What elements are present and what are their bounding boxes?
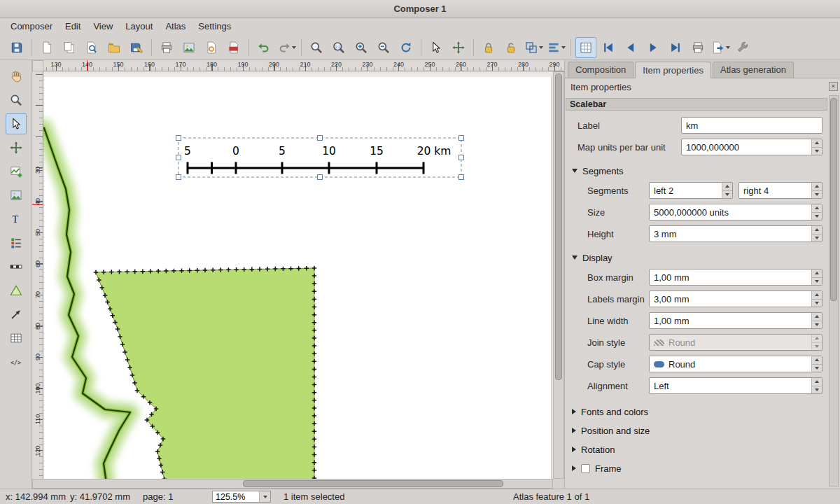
- spin-down-button[interactable]: [812, 147, 822, 155]
- spin-up-button[interactable]: [812, 378, 822, 386]
- frame-group-header[interactable]: Frame: [572, 461, 822, 475]
- zoom-full-button[interactable]: [306, 37, 327, 58]
- spin-up-button[interactable]: [812, 226, 822, 234]
- refresh-view-button[interactable]: [396, 37, 416, 58]
- zoom-actual-button[interactable]: [328, 37, 349, 58]
- selection-frame[interactable]: [176, 136, 464, 180]
- zoom-level-input[interactable]: [213, 492, 259, 502]
- add-image-tool[interactable]: [6, 185, 27, 206]
- close-panel-button[interactable]: [829, 82, 838, 91]
- align-items-button[interactable]: [545, 37, 566, 58]
- selection-handle[interactable]: [176, 155, 181, 160]
- segments-group-header[interactable]: Segments: [572, 165, 822, 176]
- first-feature-button[interactable]: [598, 37, 619, 58]
- add-scalebar-tool[interactable]: [6, 256, 27, 277]
- label-input[interactable]: [682, 120, 822, 131]
- box-margin-input[interactable]: [650, 272, 811, 283]
- spin-up-button[interactable]: [812, 356, 822, 364]
- size-input[interactable]: [650, 207, 811, 218]
- zoom-in-button[interactable]: [351, 37, 372, 58]
- add-shape-tool[interactable]: [6, 280, 27, 301]
- spin-down-button[interactable]: [812, 234, 822, 242]
- print-atlas-button[interactable]: [687, 37, 708, 58]
- line-width-input[interactable]: [650, 316, 811, 326]
- menu-view[interactable]: View: [87, 18, 119, 35]
- spin-down-button[interactable]: [812, 342, 822, 351]
- menu-edit[interactable]: Edit: [59, 18, 87, 35]
- tab-atlas-generation[interactable]: Atlas generation: [713, 62, 794, 78]
- alignment-combobox[interactable]: Left: [649, 377, 822, 394]
- redo-button[interactable]: [276, 37, 297, 58]
- export-svg-button[interactable]: [201, 37, 222, 58]
- spin-down-button[interactable]: [812, 364, 822, 372]
- zoom-out-button[interactable]: [373, 37, 394, 58]
- spin-up-button[interactable]: [812, 204, 822, 212]
- canvas-horizontal-scrollbar[interactable]: [32, 479, 553, 489]
- duplicate-composition-button[interactable]: [59, 37, 80, 58]
- selection-handle[interactable]: [459, 175, 464, 180]
- next-feature-button[interactable]: [643, 37, 664, 58]
- spin-down-button[interactable]: [812, 277, 822, 286]
- section-fonts-and-colors[interactable]: Fonts and colors: [572, 405, 822, 419]
- add-legend-tool[interactable]: [6, 232, 27, 253]
- spin-up-button[interactable]: [812, 270, 822, 277]
- save-project-button[interactable]: [6, 37, 27, 58]
- add-label-tool[interactable]: [6, 209, 27, 230]
- composition-canvas[interactable]: 505101520 km: [43, 71, 553, 479]
- segments-left-input[interactable]: [650, 186, 722, 196]
- zoom-level-combobox[interactable]: [212, 491, 271, 503]
- scrollbar-thumb[interactable]: [243, 480, 503, 487]
- spin-down-button[interactable]: [812, 299, 822, 307]
- tab-composition[interactable]: Composition: [568, 62, 634, 78]
- export-atlas-button[interactable]: [710, 37, 731, 58]
- selection-handle[interactable]: [318, 136, 323, 141]
- export-image-button[interactable]: [178, 37, 200, 58]
- add-arrow-tool[interactable]: [6, 304, 27, 325]
- spin-up-button[interactable]: [812, 183, 822, 190]
- scalebar-item[interactable]: 505101520 km: [184, 145, 451, 174]
- selection-handle[interactable]: [459, 155, 464, 160]
- selection-handle[interactable]: [176, 175, 181, 180]
- spin-up-button[interactable]: [722, 183, 732, 190]
- canvas-viewport[interactable]: 505101520 km: [43, 71, 553, 479]
- zoom-dropdown-button[interactable]: [259, 491, 270, 502]
- composition-manager-button[interactable]: [81, 37, 102, 58]
- group-items-button[interactable]: [523, 37, 544, 58]
- spin-up-button[interactable]: [812, 139, 822, 147]
- add-table-tool[interactable]: [6, 328, 27, 349]
- height-input[interactable]: [650, 229, 811, 239]
- preview-atlas-button[interactable]: [575, 37, 596, 58]
- zoom-tool[interactable]: [6, 90, 27, 111]
- print-button[interactable]: [156, 37, 177, 58]
- spin-down-button[interactable]: [812, 386, 822, 394]
- last-feature-button[interactable]: [665, 37, 686, 58]
- spin-down-button[interactable]: [722, 190, 732, 199]
- spin-up-button[interactable]: [812, 291, 822, 299]
- menu-layout[interactable]: Layout: [119, 18, 159, 35]
- panel-scrollbar[interactable]: [829, 95, 839, 486]
- segments-right-input[interactable]: [739, 186, 811, 196]
- tab-item-properties[interactable]: Item properties: [635, 62, 711, 78]
- atlas-settings-button[interactable]: [732, 37, 753, 58]
- previous-feature-button[interactable]: [620, 37, 641, 58]
- select-move-item-button[interactable]: [426, 37, 447, 58]
- menu-settings[interactable]: Settings: [192, 18, 237, 35]
- selection-handle[interactable]: [459, 136, 464, 141]
- new-composition-button[interactable]: [36, 37, 57, 58]
- scrollbar-thumb[interactable]: [830, 98, 837, 301]
- move-item-content-tool[interactable]: [6, 137, 27, 158]
- spin-up-button[interactable]: [812, 313, 822, 321]
- add-html-tool[interactable]: [6, 351, 27, 372]
- lock-items-button[interactable]: [478, 37, 499, 58]
- move-item-content-button[interactable]: [448, 37, 469, 58]
- frame-checkbox[interactable]: [581, 464, 590, 473]
- canvas-vertical-scrollbar[interactable]: [553, 71, 564, 479]
- spin-up-button[interactable]: [812, 335, 822, 342]
- menu-composer[interactable]: Composer: [4, 18, 59, 35]
- section-position-and-size[interactable]: Position and size: [572, 424, 822, 438]
- selection-handle[interactable]: [318, 175, 323, 180]
- pan-tool[interactable]: [6, 66, 27, 87]
- export-pdf-button[interactable]: [223, 37, 244, 58]
- spin-down-button[interactable]: [812, 190, 822, 199]
- load-template-button[interactable]: [104, 37, 125, 58]
